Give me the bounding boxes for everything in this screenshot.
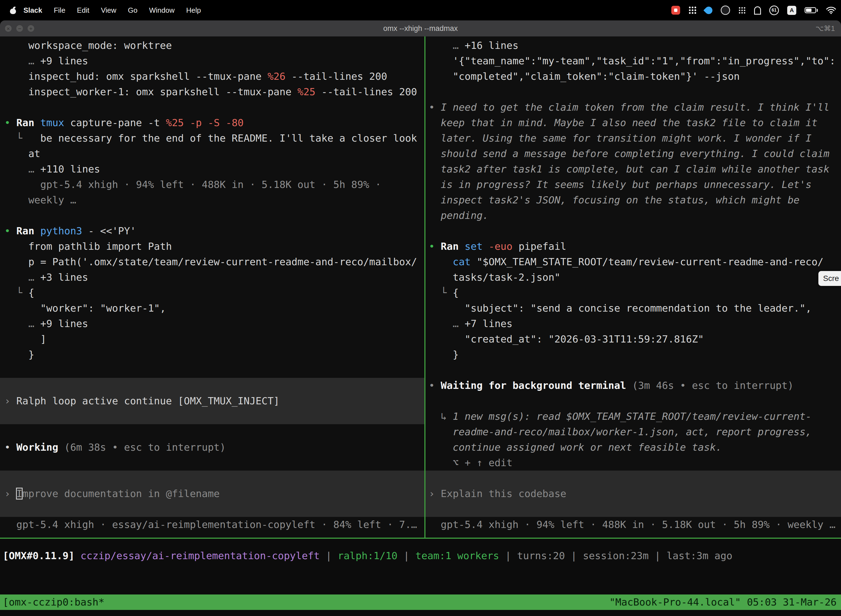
battery-icon[interactable] (804, 4, 818, 16)
text-segment: team:1 workers (416, 550, 499, 561)
terminal-line: cat "$OMX_TEAM_STATE_ROOT/team/review-cu… (425, 254, 841, 270)
text-segment: +110 lines (40, 163, 100, 175)
text-segment: [OMX#0.11.9] (3, 550, 75, 561)
text-segment: -80 (226, 117, 244, 128)
text-segment: mprove documentation in @filename (22, 488, 220, 499)
text-segment: python3 (40, 225, 82, 236)
text-segment: inspect task2's JSON, focusing on the st… (429, 194, 800, 205)
terminal-line: … +9 lines (0, 53, 424, 69)
text-segment: turns:20 (517, 550, 565, 561)
text-segment: workspace_mode: worktree (4, 40, 172, 51)
battery-percent-badge[interactable]: 61 (769, 6, 779, 15)
text-segment: pending. (429, 210, 489, 221)
text-segment: … (4, 163, 40, 175)
dots-grid-icon[interactable] (738, 6, 746, 14)
text-segment: inspect_worker-1: omx sparkshell --tmux-… (4, 86, 297, 97)
text-segment: "$OMX_TEAM_STATE_ROOT/team/review-curren… (476, 256, 823, 267)
menu-help[interactable]: Help (180, 6, 207, 14)
text-segment: › (429, 488, 441, 499)
text-segment: Ran (441, 241, 464, 252)
text-segment: … (4, 55, 40, 66)
model-status-right: gpt-5.4 xhigh · 94% left · 488K in · 5.1… (425, 517, 841, 532)
omx-status-line-text: [OMX#0.11.9] cczip/essay/ai-reimplementa… (0, 548, 841, 563)
menu-view[interactable]: View (95, 6, 122, 14)
menu-edit[interactable]: Edit (71, 6, 95, 14)
terminal-line: └ { (0, 285, 424, 301)
text-segment: %25 (297, 86, 315, 97)
tmux-pane-right[interactable]: … +16 lines '{"team_name":"my-team","tas… (425, 37, 841, 538)
menu-bar-status-icons: 61A (671, 4, 836, 16)
text-segment: Working (16, 441, 64, 453)
text-segment: --tail-lines 200 (286, 70, 387, 82)
text-segment: "worker": "worker-1", (4, 302, 166, 314)
text-segment: › (4, 488, 16, 499)
terminal-line: … +7 lines (425, 316, 841, 331)
terminal-line (425, 362, 841, 378)
text-segment: … (429, 318, 464, 329)
tmux-pane-left[interactable]: workspace_mode: worktree … +9 lines insp… (0, 37, 424, 538)
menu-window[interactable]: Window (143, 6, 180, 14)
terminal-line: readme-and-reco/mailbox/worker-1.json, a… (425, 424, 841, 440)
grid-icon[interactable] (689, 6, 697, 14)
text-segment: Explain this codebase (441, 488, 566, 499)
text-segment: at (4, 148, 40, 159)
terminal-line: is in progress? It seems likely but perh… (425, 177, 841, 192)
screen-recording-stop-icon[interactable] (671, 6, 680, 15)
text-segment: | (565, 550, 583, 561)
pane-divider-vertical (424, 37, 425, 539)
prompt-input-left[interactable]: › Improve documentation in @filename (0, 486, 424, 502)
text-segment: set (464, 241, 489, 252)
terminal-line (0, 471, 424, 486)
apple-menu[interactable] (9, 7, 18, 14)
text-segment: … (4, 318, 40, 329)
terminal-line: gpt-5.4 xhigh · 94% left · 488K in · 5.1… (0, 177, 424, 192)
terminal-line: … +3 lines (0, 270, 424, 285)
text-segment: Ran (16, 117, 40, 128)
ghost-icon[interactable] (754, 6, 761, 14)
input-source-icon[interactable]: A (787, 6, 796, 15)
text-segment: later. Using the same for transition mig… (429, 132, 812, 144)
terminal-line (0, 378, 424, 393)
terminal-line: task2 after task1 is complete, but can I… (425, 161, 841, 177)
menu-app-name[interactable]: Slack (18, 6, 48, 15)
text-segment: ralph:1/10 (338, 550, 398, 561)
terminal-line (0, 362, 424, 378)
screenshot-thumbnail-tooltip[interactable]: Scre (818, 271, 841, 286)
menu-file[interactable]: File (48, 6, 71, 14)
terminal-line: • Ran tmux capture-pane -t %25 -p -S -80 (0, 115, 424, 131)
terminal-line: • Ran set -euo pipefail (425, 239, 841, 254)
menu-go[interactable]: Go (122, 6, 144, 14)
text-segment: -S (208, 117, 226, 128)
text-segment: ⌥ + ↑ edit (429, 457, 512, 468)
text-segment: • (429, 241, 441, 252)
text-segment: from pathlib import Path (4, 241, 172, 252)
terminal-line (0, 100, 424, 115)
dark-app-icon[interactable] (721, 6, 730, 15)
terminal-line: … +9 lines (0, 316, 424, 331)
terminal-line: … +110 lines (0, 161, 424, 177)
terminal-line: "completed","claim_token":"claim-token"}… (425, 69, 841, 84)
terminal-line: ⌥ + ↑ edit (425, 455, 841, 471)
wifi-icon[interactable] (826, 4, 836, 16)
text-segment: tasks/task-2.json" (429, 271, 560, 283)
terminal-line: continue assigned work or next feasible … (425, 440, 841, 455)
terminal-line: p = Path('.omx/state/team/review-current… (0, 254, 424, 270)
text-segment: (6m 38s • esc to interrupt) (64, 441, 226, 453)
window-titlebar[interactable]: × − + omx --xhigh --madmax ⌥⌘1 (0, 21, 841, 37)
text-segment: • (4, 441, 16, 453)
text-segment: cczip/essay/ai-reimplementation-copyleft (81, 550, 320, 561)
terminal-line: pending. (425, 208, 841, 223)
tmux-session-name: [omx-cczip0:bash* (3, 594, 104, 610)
input-source-icon-label: A (790, 7, 794, 13)
terminal-window: × − + omx --xhigh --madmax ⌥⌘1 workspace… (0, 21, 841, 616)
terminal-line: should send a message before completing … (425, 146, 841, 161)
text-segment: is in progress? It seems likely but perh… (429, 179, 812, 190)
menu-items: FileEditViewGoWindowHelp (48, 6, 207, 15)
prompt-input-right[interactable]: › Explain this codebase (425, 486, 841, 502)
blue-app-icon[interactable] (703, 5, 714, 15)
text-segment: … (4, 271, 40, 283)
text-segment: '{"team_name":"my-team","task_id":"1","f… (429, 55, 835, 66)
text-segment: › (4, 395, 16, 406)
terminal-line: ↳ 1 new msg(s): read $OMX_TEAM_STATE_ROO… (425, 409, 841, 424)
text-segment: | (499, 550, 517, 561)
